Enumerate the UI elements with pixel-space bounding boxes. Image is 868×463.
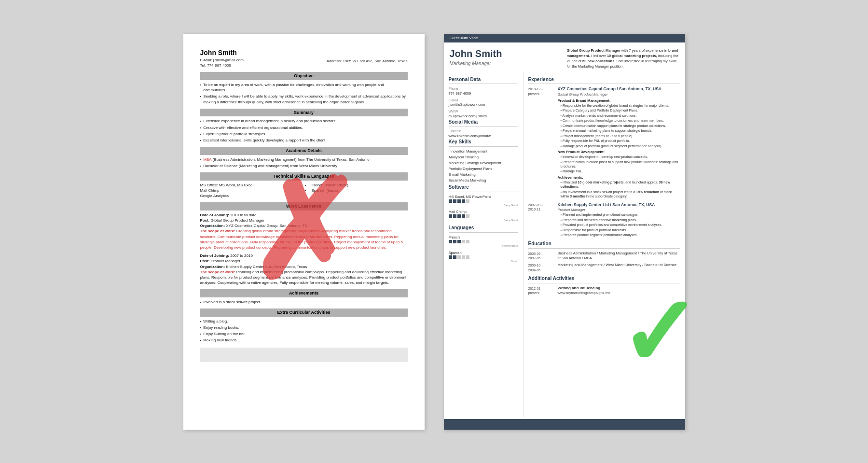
lang-spanish: Spanish Basic xyxy=(449,251,518,263)
academic-header: Academic Details xyxy=(200,147,408,155)
linkedin-value: www.linkedin.com/johnutw xyxy=(449,134,518,139)
extra-2: Enjoy reading books. xyxy=(200,325,408,330)
achievements-header: Achievements xyxy=(200,289,408,297)
academic-item-1: MBA (Business Administration, Marketing … xyxy=(200,157,408,162)
additional-entry-1: 2012-01 -present Writing and Influencing… xyxy=(528,286,680,296)
personal-data-title: Personal Data xyxy=(449,76,518,84)
phone-value: 774-987-4009 xyxy=(449,91,518,96)
key-skills-title: Key Skills xyxy=(449,139,518,147)
summary-bullet-2: Creative with effective and efficient or… xyxy=(200,125,408,130)
cv-footer xyxy=(444,419,685,430)
work-entry-2: Date of Joining: 2007 to 2010 Post: Prod… xyxy=(200,253,408,285)
resume-bad-example: John Smith E-Mail: j.smith@mail.com Tel:… xyxy=(183,34,425,430)
left-name: John Smith xyxy=(200,48,408,58)
edu-entry-1: 2005-09 -2007-05 Business Administration… xyxy=(528,251,680,261)
exp-entry-2: 2007-09 -2010-11 Kitchen Supply Center L… xyxy=(528,202,680,238)
additional-section: Additional Activities 2012-01 -present W… xyxy=(528,275,680,295)
summary-bullet-3: Expert in product portfolio strategies. xyxy=(200,131,408,137)
extra-header: Extra Curricular Activities xyxy=(200,309,408,317)
experience-section: Experience 2010-12 -present XYZ Cosmetic… xyxy=(528,76,680,238)
achievement-1: Involved in a stock sell-off project. xyxy=(200,299,408,305)
www-label: WWW xyxy=(449,109,518,113)
software-item-1: MS Excel, MS PowerPoint Very Good xyxy=(449,195,518,208)
technical-skills-grid: MS Office: MS Word, MS Excel Mail Chimp … xyxy=(200,182,408,199)
cv-name-area: John Smith Marketing Manager Global Grou… xyxy=(444,42,685,72)
email-label: E-mail xyxy=(449,98,518,102)
resume-good-example: Curriculum Vitae John Smith Marketing Ma… xyxy=(444,34,685,430)
summary-bullet-1: Extensive experience in brand management… xyxy=(200,118,408,124)
phone-label: Phone xyxy=(449,86,518,91)
www-value: cv.uptowork.com/j.smith xyxy=(449,114,518,119)
cv-label: Curriculum Vitae xyxy=(444,34,685,43)
extra-4: Making new friends. xyxy=(200,337,408,343)
work-experience-header: Work Experience xyxy=(200,202,408,210)
skill-1: Innovation Management xyxy=(449,149,518,154)
extra-1: Writing a blog. xyxy=(200,319,408,324)
left-address: Address: 1905 W East Ave, San Antonio, T… xyxy=(327,58,408,64)
software-item-2: Mail Chimp Very Good xyxy=(449,210,518,223)
extra-3: Enjoy Surfing on the net. xyxy=(200,331,408,337)
skill-3: Marketing Strategy Development xyxy=(449,161,518,166)
additional-title: Additional Activities xyxy=(528,275,680,283)
skill-6: Social Media Marketing xyxy=(449,178,518,183)
cv-title: Marketing Manager xyxy=(450,60,562,67)
software-title: Software xyxy=(449,184,518,192)
lang-french: French Intermediate xyxy=(449,235,518,248)
work-entry-1: Date of Joining: 2010 to till date Post:… xyxy=(200,212,408,250)
objective-header: Objective xyxy=(200,72,408,80)
skill-5: E-mail Marketing xyxy=(449,172,518,177)
experience-title: Experience xyxy=(528,76,680,84)
cv-body: Personal Data Phone 774-987-4009 E-mail … xyxy=(444,72,685,417)
cv-name: John Smith xyxy=(450,47,562,60)
skill-4: Portfolio Deployment Plans xyxy=(449,167,518,171)
cv-summary: Global Group Product Manager with 7 year… xyxy=(567,47,679,70)
summary-header: Summary xyxy=(200,109,408,117)
email-value: j.smith@uptowork.com xyxy=(449,102,518,107)
linkedin-label: LinkedIn xyxy=(449,129,518,133)
personal-data-section: Personal Data Phone 774-987-4009 E-mail … xyxy=(449,76,518,119)
cv-right-column: Experience 2010-12 -present XYZ Cosmetic… xyxy=(524,72,685,417)
objective-bullet-1: To be an expert in my area of work, with… xyxy=(200,82,408,93)
languages-section: Languages French Intermediate xyxy=(449,224,518,263)
skill-2: Analytical Thinking xyxy=(449,155,518,160)
social-title: Social Media xyxy=(449,119,518,127)
cv-left-column: Personal Data Phone 774-987-4009 E-mail … xyxy=(444,72,524,417)
software-section: Software MS Excel, MS PowerPoint xyxy=(449,184,518,223)
languages-title: Languages xyxy=(449,224,518,233)
summary-bullet-4: Excellent interpersonal skills quickly d… xyxy=(200,138,408,143)
academic-item-2: Bachelor of Science (Marketing and Manag… xyxy=(200,163,408,168)
technical-header: Technical Skills & Languages xyxy=(200,172,408,181)
objective-bullet-2: Seeking a role, where I will be able to … xyxy=(200,94,408,104)
exp-entry-1: 2010-12 -present XYZ Cosmetics Capital G… xyxy=(528,86,680,199)
education-title: Education xyxy=(528,240,680,249)
social-section: Social Media LinkedIn www.linkedin.com/j… xyxy=(449,119,518,139)
edu-entry-2: 2000-10 -2004-05 Marketing and Managemen… xyxy=(528,263,680,272)
education-section: Education 2005-09 -2007-05 Business Admi… xyxy=(528,240,680,272)
key-skills-section: Key Skills Innovation Management Analyti… xyxy=(449,139,518,183)
